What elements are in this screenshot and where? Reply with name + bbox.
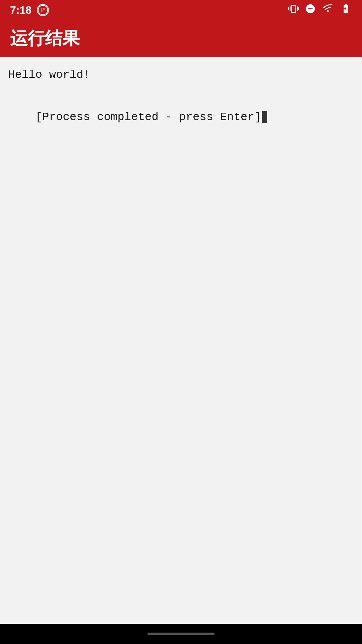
do-not-disturb-icon [305, 3, 316, 17]
output-line-2: [Process completed - press Enter] [8, 92, 354, 143]
status-bar: 7:18 P [0, 0, 362, 20]
status-right [288, 3, 352, 17]
svg-text:P: P [41, 7, 45, 13]
output-line-2-text: [Process completed - press Enter] [36, 111, 261, 123]
spacer [8, 84, 354, 92]
status-time: 7:18 [10, 4, 32, 16]
app-notification-icon: P [37, 4, 49, 16]
app-title: 运行结果 [10, 27, 80, 50]
wifi-icon [322, 3, 334, 17]
app-icon-svg: P [38, 4, 48, 16]
cursor-blink [262, 111, 267, 123]
content-area: Hello world! [Process completed - press … [0, 57, 362, 624]
status-left: 7:18 P [10, 4, 49, 16]
output-line-1: Hello world! [8, 66, 354, 84]
nav-bar [0, 624, 362, 644]
home-pill[interactable] [147, 633, 215, 635]
vibrate-icon [288, 3, 299, 17]
app-bar: 运行结果 [0, 20, 362, 57]
battery-icon [340, 3, 352, 17]
